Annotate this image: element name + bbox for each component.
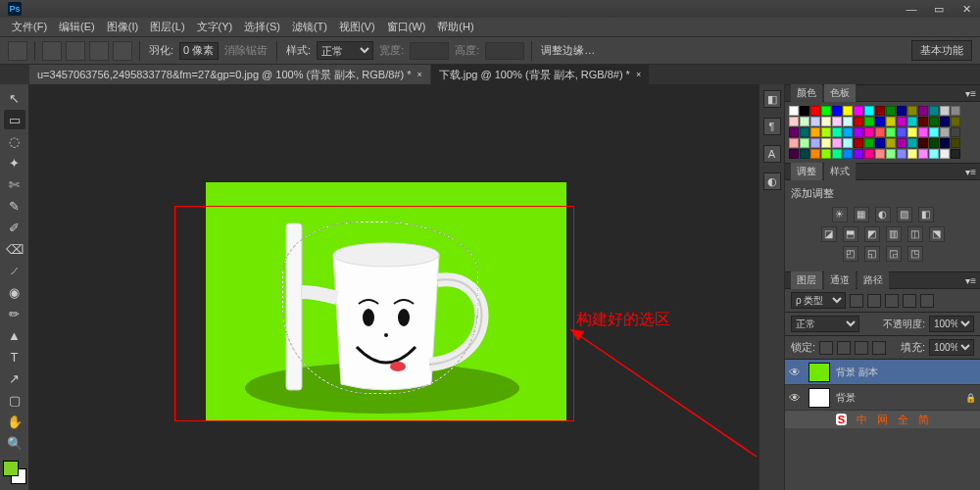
adj-icon[interactable]: ◲ xyxy=(886,246,902,262)
color-swatch[interactable] xyxy=(864,117,874,126)
color-swatch[interactable] xyxy=(886,117,896,126)
color-swatch[interactable] xyxy=(940,127,950,137)
tool-button[interactable]: ✏ xyxy=(4,304,25,323)
color-swatch[interactable] xyxy=(951,117,960,126)
menu-item[interactable]: 图像(I) xyxy=(101,20,144,34)
color-swatch[interactable] xyxy=(821,138,831,148)
color-swatch[interactable] xyxy=(864,138,874,148)
tool-button[interactable]: ✎ xyxy=(4,196,25,216)
menu-item[interactable]: 滤镜(T) xyxy=(286,20,333,34)
color-swatch[interactable] xyxy=(897,106,906,116)
document-canvas[interactable] xyxy=(206,182,566,421)
filter-adjust-icon[interactable] xyxy=(867,294,881,308)
adj-icon[interactable]: ⬒ xyxy=(843,226,858,242)
workspace-switcher[interactable]: 基本功能 xyxy=(911,40,972,61)
dock-panel-icon[interactable]: A xyxy=(763,145,781,163)
tab-swatches[interactable]: 色板 xyxy=(824,84,856,102)
color-swatch[interactable] xyxy=(886,138,896,148)
color-swatch[interactable] xyxy=(821,117,831,126)
lock-position-icon[interactable] xyxy=(855,341,868,355)
color-swatch[interactable] xyxy=(951,127,960,137)
adj-icon[interactable]: ◱ xyxy=(864,246,880,262)
color-swatch[interactable] xyxy=(800,149,809,159)
color-swatch[interactable] xyxy=(800,138,809,148)
tool-button[interactable]: ▭ xyxy=(4,110,25,129)
color-swatch[interactable] xyxy=(821,149,831,159)
selection-subtract-icon[interactable] xyxy=(89,41,109,61)
lock-trans-icon[interactable] xyxy=(819,341,833,355)
panel-menu-icon[interactable]: ▾≡ xyxy=(965,167,976,177)
color-swatch[interactable] xyxy=(810,117,820,126)
color-swatch[interactable] xyxy=(789,138,799,148)
filter-smart-icon[interactable] xyxy=(920,294,934,308)
refine-edge-button[interactable]: 调整边缘… xyxy=(541,43,595,58)
color-swatch[interactable] xyxy=(843,138,853,148)
tool-button[interactable]: ✋ xyxy=(4,412,25,431)
blend-mode-select[interactable]: 正常 xyxy=(791,316,859,332)
color-swatch[interactable] xyxy=(907,106,917,116)
color-swatch[interactable] xyxy=(843,106,853,116)
fill-select[interactable]: 100% xyxy=(929,339,974,356)
color-swatch[interactable] xyxy=(832,138,842,148)
color-swatch[interactable] xyxy=(875,149,885,159)
color-swatch[interactable] xyxy=(886,106,896,116)
color-swatch[interactable] xyxy=(854,127,863,137)
color-swatch[interactable] xyxy=(951,138,960,148)
color-swatch[interactable] xyxy=(843,149,853,159)
color-swatch[interactable] xyxy=(832,106,842,116)
color-swatch[interactable] xyxy=(918,117,928,126)
adj-icon[interactable]: ▥ xyxy=(886,226,902,242)
adj-icon[interactable]: ◐ xyxy=(875,207,891,222)
color-swatch[interactable] xyxy=(832,117,842,126)
color-swatch[interactable] xyxy=(789,106,799,116)
color-swatch[interactable] xyxy=(907,117,917,126)
color-swatch[interactable] xyxy=(800,127,809,137)
tool-button[interactable]: ✐ xyxy=(4,218,25,237)
opacity-select[interactable]: 100% xyxy=(929,316,974,332)
close-tab-icon[interactable]: × xyxy=(416,65,421,84)
color-swatch[interactable] xyxy=(875,127,885,137)
color-swatch[interactable] xyxy=(907,149,917,159)
adj-icon[interactable]: ◳ xyxy=(907,246,923,262)
color-swatch[interactable] xyxy=(875,138,885,148)
adj-icon[interactable]: ▨ xyxy=(897,207,912,222)
swatches-grid[interactable] xyxy=(785,102,980,163)
tool-button[interactable]: ↖ xyxy=(4,88,25,108)
document-tab[interactable]: u=3457063756,2495833778&fm=27&gp=0.jpg @… xyxy=(29,65,430,84)
color-swatch[interactable] xyxy=(897,117,906,126)
minimize-button[interactable]: — xyxy=(898,0,925,18)
color-swatch[interactable] xyxy=(940,106,950,116)
tab-adjustments[interactable]: 调整 xyxy=(791,163,822,180)
color-swatch[interactable] xyxy=(929,138,939,148)
panel-menu-icon[interactable]: ▾≡ xyxy=(965,88,976,99)
lock-pixels-icon[interactable] xyxy=(837,341,851,355)
close-tab-icon[interactable]: × xyxy=(636,65,641,84)
color-swatch[interactable] xyxy=(875,106,885,116)
color-swatch[interactable] xyxy=(918,127,928,137)
selection-add-icon[interactable] xyxy=(66,41,85,61)
menu-item[interactable]: 窗口(W) xyxy=(381,20,432,34)
tool-button[interactable]: ▲ xyxy=(4,325,25,345)
visibility-icon[interactable]: 👁 xyxy=(789,366,803,379)
menu-item[interactable]: 选择(S) xyxy=(238,20,286,34)
adj-icon[interactable]: ◩ xyxy=(864,226,880,242)
color-swatch[interactable] xyxy=(907,138,917,148)
lock-all-icon[interactable] xyxy=(872,341,886,355)
menu-item[interactable]: 编辑(E) xyxy=(53,20,101,34)
color-swatch[interactable] xyxy=(789,149,799,159)
adj-icon[interactable]: ☀ xyxy=(832,207,848,222)
adj-icon[interactable]: ◧ xyxy=(918,207,934,222)
tool-button[interactable]: ⟋ xyxy=(4,261,25,280)
adj-icon[interactable]: ▦ xyxy=(854,207,869,222)
canvas-area[interactable]: 构建好的选区 xyxy=(29,84,759,490)
tool-button[interactable]: ✦ xyxy=(4,153,25,172)
color-swatch[interactable] xyxy=(951,106,960,116)
style-select[interactable]: 正常 xyxy=(317,41,373,60)
tab-styles[interactable]: 样式 xyxy=(824,163,856,180)
layer-row[interactable]: 👁背景🔒 xyxy=(785,385,980,411)
color-swatch[interactable] xyxy=(875,117,885,126)
tool-button[interactable]: 🔍 xyxy=(4,433,25,453)
selection-new-icon[interactable] xyxy=(42,41,62,61)
color-swatch[interactable] xyxy=(864,149,874,159)
color-swatch[interactable] xyxy=(897,138,906,148)
